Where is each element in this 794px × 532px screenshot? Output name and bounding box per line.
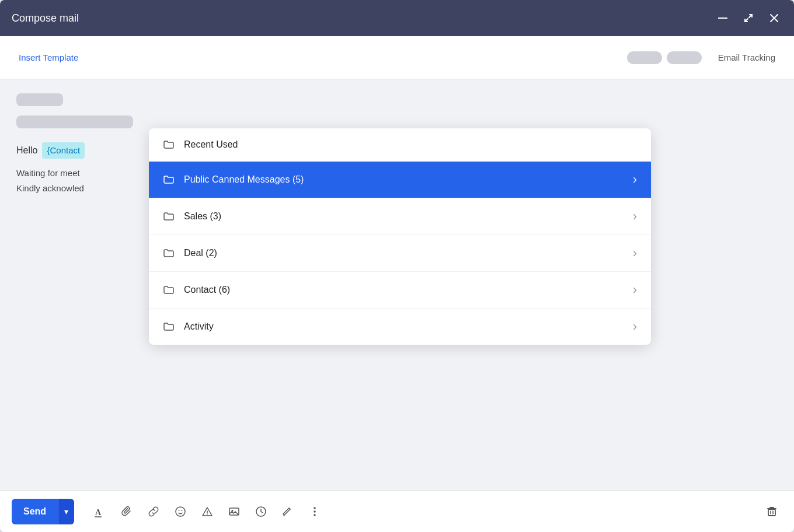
send-button[interactable]: Send (12, 499, 58, 524)
bottom-toolbar: Send ▾ A (0, 490, 794, 532)
folder-icon-deal (163, 247, 175, 259)
close-button[interactable] (766, 10, 782, 26)
folder-icon-sales (163, 211, 175, 222)
mail-subject-placeholder (16, 116, 133, 128)
dropdown-item-recent[interactable]: Recent Used (149, 128, 651, 162)
svg-point-13 (314, 514, 316, 516)
svg-point-11 (314, 507, 316, 509)
title-bar: Compose mail (0, 0, 794, 36)
window-title: Compose mail (12, 12, 79, 24)
image-button[interactable] (224, 501, 245, 522)
svg-point-3 (176, 507, 185, 516)
folder-icon-activity (163, 321, 175, 332)
svg-text:A: A (95, 508, 102, 517)
signature-button[interactable] (277, 501, 298, 522)
dropdown-item-activity[interactable]: Activity› (149, 309, 651, 345)
body-line-2: Kindly acknowled (16, 183, 84, 193)
send-button-group: Send ▾ (12, 499, 74, 524)
dropdown-item-deal[interactable]: Deal (2)› (149, 235, 651, 272)
chevron-icon-sales: › (633, 209, 637, 224)
compose-window: Compose mail Insert Template Email Track… (0, 0, 794, 532)
more-options-button[interactable] (304, 501, 325, 522)
mail-to-placeholder (16, 93, 63, 106)
alert-button[interactable] (197, 501, 218, 522)
folder-icon-recent (163, 139, 175, 150)
toolbar-pill-2 (667, 51, 702, 64)
chevron-icon-contact: › (633, 282, 637, 298)
dropdown-item-label-public-canned: Public Canned Messages (5) (184, 174, 633, 185)
dropdown-item-label-recent: Recent Used (184, 139, 637, 150)
dropdown-item-label-contact: Contact (6) (184, 285, 633, 295)
hello-text: Hello (16, 143, 37, 158)
email-tracking-button[interactable]: Email Tracking (711, 48, 782, 67)
insert-template-button[interactable]: Insert Template (12, 48, 85, 67)
dropdown-item-label-deal: Deal (2) (184, 248, 633, 258)
format-text-button[interactable]: A (89, 501, 110, 522)
send-dropdown-arrow-icon: ▾ (64, 507, 68, 516)
contact-tag: {Contact (42, 142, 85, 159)
title-bar-controls (715, 10, 782, 26)
attachment-button[interactable] (116, 501, 137, 522)
delete-button[interactable] (761, 501, 782, 522)
mail-body: Hello {Contact Waiting for meet Kindly a… (0, 79, 794, 490)
dropdown-item-public-canned[interactable]: Public Canned Messages (5)› (149, 162, 651, 198)
svg-point-12 (314, 510, 316, 513)
template-dropdown: Recent UsedPublic Canned Messages (5)›Sa… (149, 128, 651, 345)
minimize-button[interactable] (715, 10, 731, 26)
chevron-icon-deal: › (633, 246, 637, 261)
dropdown-item-contact[interactable]: Contact (6)› (149, 272, 651, 309)
link-button[interactable] (143, 501, 164, 522)
dropdown-item-label-activity: Activity (184, 321, 633, 332)
toolbar-row: Insert Template Email Tracking (0, 36, 794, 79)
body-line-1: Waiting for meet (16, 168, 80, 178)
chevron-icon-public-canned: › (633, 172, 637, 187)
chevron-icon-activity: › (633, 319, 637, 334)
svg-rect-0 (718, 18, 727, 19)
svg-point-4 (179, 510, 180, 511)
svg-point-5 (182, 510, 183, 511)
svg-rect-14 (768, 509, 775, 516)
emoji-button[interactable] (170, 501, 191, 522)
toolbar-pill-1 (627, 51, 662, 64)
svg-point-7 (207, 514, 208, 515)
schedule-button[interactable] (250, 501, 271, 522)
folder-icon-public-canned (163, 174, 175, 186)
send-dropdown-button[interactable]: ▾ (58, 499, 74, 524)
expand-button[interactable] (740, 10, 757, 26)
folder-icon-contact (163, 284, 175, 296)
dropdown-item-label-sales: Sales (3) (184, 211, 633, 222)
dropdown-item-sales[interactable]: Sales (3)› (149, 198, 651, 235)
